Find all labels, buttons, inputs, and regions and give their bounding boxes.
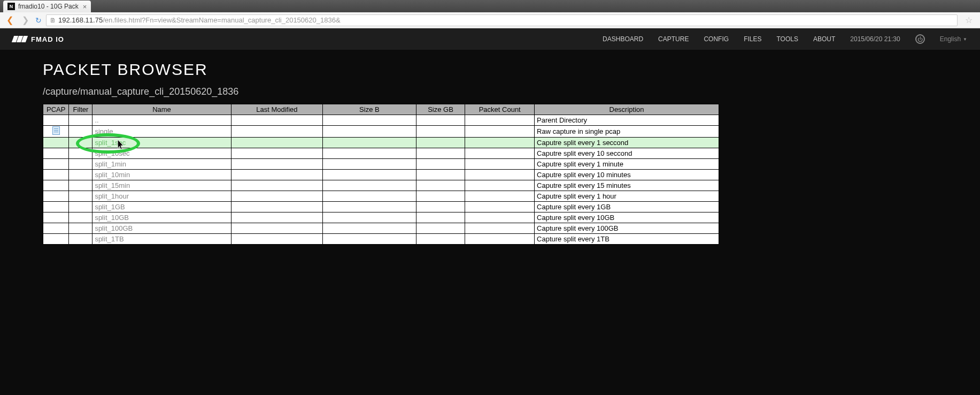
cell-sizegb xyxy=(416,212,465,223)
cell-packetcount xyxy=(465,180,535,191)
cell-filter xyxy=(69,148,92,159)
row-link[interactable]: split_10min xyxy=(95,171,130,179)
cell-pcap xyxy=(43,159,69,170)
row-link[interactable]: split_1sec xyxy=(95,139,126,147)
table-row[interactable]: split_10secCaputre split every 10 seccon… xyxy=(43,148,719,159)
row-link[interactable]: split_10GB xyxy=(95,214,129,222)
table-row[interactable]: split_15minCaputre split every 15 minute… xyxy=(43,180,719,191)
power-icon[interactable]: ⏻ xyxy=(915,34,925,44)
table-row[interactable]: split_1secCaputre split every 1 seccond xyxy=(43,138,719,148)
cell-pcap[interactable] xyxy=(43,126,69,138)
nav-dashboard[interactable]: DASHBOARD xyxy=(603,35,643,43)
cell-pcap xyxy=(43,191,69,202)
cell-description: Parent Directory xyxy=(535,115,719,126)
brand-logo[interactable]: FMAD IO xyxy=(13,35,64,43)
cell-name[interactable]: split_15min xyxy=(92,180,231,191)
address-bar[interactable]: 🗎 192.168.11.75/en.files.html?Fn=view&St… xyxy=(46,14,958,26)
cell-filter xyxy=(69,212,92,223)
cell-packetcount xyxy=(465,212,535,223)
tab-title: fmadio10 - 10G Pack xyxy=(18,3,79,10)
cell-filter xyxy=(69,126,92,138)
cell-sizegb xyxy=(416,138,465,148)
cell-sizeb xyxy=(323,159,416,170)
cell-packetcount xyxy=(465,202,535,212)
app-header: FMAD IO DASHBOARD CAPTURE CONFIG FILES T… xyxy=(0,28,980,50)
cell-packetcount xyxy=(465,234,535,245)
th-pcap: PCAP xyxy=(43,104,69,115)
row-link[interactable]: split_1hour xyxy=(95,192,129,200)
row-link[interactable]: split_1GB xyxy=(95,203,125,211)
table-row[interactable]: split_10minCaputre split every 10 minute… xyxy=(43,170,719,180)
browser-tab[interactable]: N fmadio10 - 10G Pack × xyxy=(3,1,91,12)
cell-pcap xyxy=(43,180,69,191)
row-link[interactable]: split_1min xyxy=(95,160,126,168)
forward-button: ❯ xyxy=(20,15,31,25)
cell-sizegb xyxy=(416,234,465,245)
nav-files[interactable]: FILES xyxy=(744,35,761,43)
cell-name[interactable]: split_10min xyxy=(92,170,231,180)
cell-name[interactable]: split_1GB xyxy=(92,202,231,212)
cell-description: Caputre split every 15 minutes xyxy=(535,180,719,191)
table-row[interactable]: split_1TBCapture split every 1TB xyxy=(43,234,719,245)
nav-capture[interactable]: CAPTURE xyxy=(658,35,689,43)
table-row[interactable]: split_1hourCaputre split every 1 hour xyxy=(43,191,719,202)
cell-filter xyxy=(69,191,92,202)
cell-sizegb xyxy=(416,170,465,180)
cell-filter xyxy=(69,159,92,170)
row-link[interactable]: .. xyxy=(95,116,98,124)
cell-pcap xyxy=(43,212,69,223)
table-row[interactable]: split_1GBCapture split every 1GB xyxy=(43,202,719,212)
cell-name[interactable]: split_10GB xyxy=(92,212,231,223)
nav-tools[interactable]: TOOLS xyxy=(776,35,798,43)
row-link[interactable]: split_10sec xyxy=(95,149,129,157)
cell-modified xyxy=(231,180,323,191)
cell-sizeb xyxy=(323,138,416,148)
cell-pcap xyxy=(43,148,69,159)
row-link[interactable]: split_100GB xyxy=(95,224,133,232)
cell-filter xyxy=(69,202,92,212)
th-filter: Filter xyxy=(69,104,92,115)
app-root: FMAD IO DASHBOARD CAPTURE CONFIG FILES T… xyxy=(0,28,980,395)
page-content: PACKET BROWSER /capture/manual_capture_c… xyxy=(0,50,980,255)
nav-config[interactable]: CONFIG xyxy=(704,35,729,43)
table-row[interactable]: split_100GBCapture split every 100GB xyxy=(43,223,719,234)
document-icon[interactable] xyxy=(52,126,60,135)
cell-name[interactable]: split_1min xyxy=(92,159,231,170)
table-row[interactable]: ..Parent Directory xyxy=(43,115,719,126)
reload-button[interactable]: ↻ xyxy=(35,16,42,25)
back-button[interactable]: ❮ xyxy=(4,15,16,25)
table-row[interactable]: split_1minCaputre split every 1 minute xyxy=(43,159,719,170)
cell-name[interactable]: split_10sec xyxy=(92,148,231,159)
logo-mark-icon xyxy=(13,36,27,42)
cell-modified xyxy=(231,170,323,180)
cell-name[interactable]: single xyxy=(92,126,231,138)
cell-sizeb xyxy=(323,148,416,159)
close-icon[interactable]: × xyxy=(83,3,87,11)
th-description: Description xyxy=(535,104,719,115)
cell-modified xyxy=(231,202,323,212)
page-title: PACKET BROWSER xyxy=(43,60,937,79)
cell-filter xyxy=(69,170,92,180)
row-link[interactable]: single xyxy=(95,127,113,135)
cell-name[interactable]: split_1TB xyxy=(92,234,231,245)
cell-sizegb xyxy=(416,180,465,191)
nav-about[interactable]: ABOUT xyxy=(813,35,835,43)
cell-name[interactable]: split_1hour xyxy=(92,191,231,202)
language-selector[interactable]: English ▼ xyxy=(940,35,967,43)
row-link[interactable]: split_15min xyxy=(95,181,130,189)
cell-sizeb xyxy=(323,170,416,180)
bookmark-icon[interactable]: ☆ xyxy=(962,15,976,25)
cell-description: Capture split every 10GB xyxy=(535,212,719,223)
cell-sizegb xyxy=(416,148,465,159)
cell-packetcount xyxy=(465,126,535,138)
cell-modified xyxy=(231,159,323,170)
cell-sizegb xyxy=(416,126,465,138)
cell-name[interactable]: split_100GB xyxy=(92,223,231,234)
table-row[interactable]: split_10GBCapture split every 10GB xyxy=(43,212,719,223)
table-row[interactable]: singleRaw capture in single pcap xyxy=(43,126,719,138)
cell-name[interactable]: .. xyxy=(92,115,231,126)
row-link[interactable]: split_1TB xyxy=(95,235,124,243)
cell-pcap xyxy=(43,170,69,180)
th-sizeb: Size B xyxy=(323,104,416,115)
cell-name[interactable]: split_1sec xyxy=(92,138,231,148)
